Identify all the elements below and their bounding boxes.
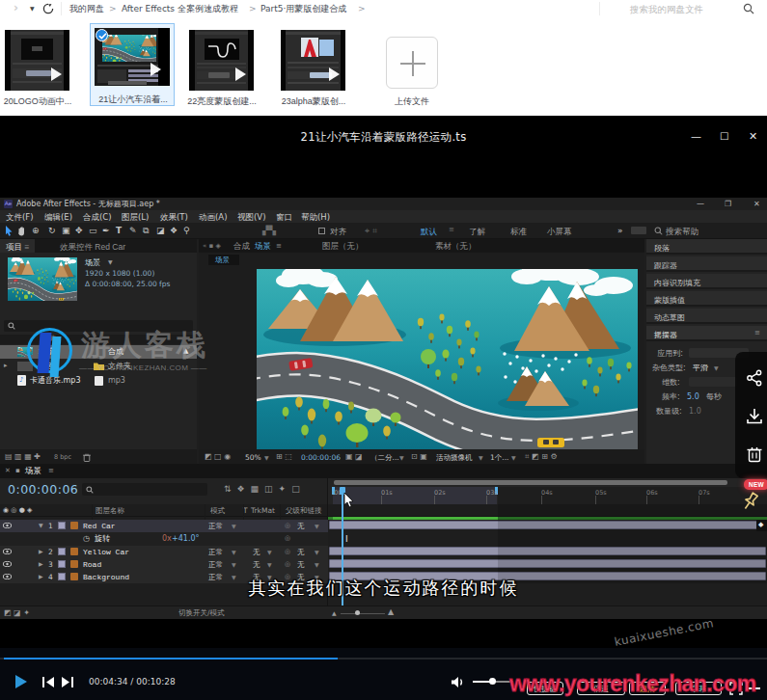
volume-icon[interactable] bbox=[452, 676, 466, 688]
panel-menu-icon[interactable]: ≡ bbox=[48, 468, 54, 474]
layer-trkmat[interactable]: 无 bbox=[253, 549, 260, 556]
composition-scene[interactable] bbox=[257, 269, 638, 449]
layer-color-label[interactable] bbox=[58, 522, 66, 529]
property-value[interactable]: +41.0° bbox=[172, 535, 200, 543]
close-button[interactable]: ✕ bbox=[749, 131, 757, 142]
footage-tab[interactable]: 素材（无） bbox=[435, 242, 477, 251]
layer-mode[interactable]: 正常 bbox=[208, 561, 223, 569]
column-mode[interactable]: 模式 bbox=[210, 507, 225, 515]
eye-icon[interactable] bbox=[3, 561, 12, 567]
video-tile-23alpha[interactable]: 23alpha蒙版创... bbox=[281, 30, 345, 122]
layer-tab[interactable]: 图层（无） bbox=[322, 242, 364, 251]
timeline-zoom-knob[interactable] bbox=[355, 610, 360, 615]
puppet-tool-icon[interactable]: ⚲ bbox=[183, 227, 190, 235]
download-icon[interactable] bbox=[746, 408, 763, 425]
clone-stamp-tool-icon[interactable]: ⧉ bbox=[143, 227, 149, 235]
zoom-level[interactable]: 50% bbox=[245, 454, 261, 462]
layer-mode[interactable]: 正常 bbox=[208, 549, 223, 556]
video-thumbnail-image[interactable] bbox=[5, 30, 69, 91]
panel-menu-icon[interactable]: ≡ bbox=[754, 330, 760, 337]
layer-bar-yellow-car[interactable] bbox=[329, 547, 766, 555]
resolution[interactable]: （二分... bbox=[370, 454, 399, 462]
previous-button[interactable] bbox=[42, 677, 54, 687]
timeline-scrollbar[interactable] bbox=[334, 480, 727, 485]
brush-tool-icon[interactable]: ✎ bbox=[129, 227, 137, 235]
menu-help[interactable]: 帮助(H) bbox=[301, 213, 330, 222]
video-title[interactable]: 23alpha蒙版创... bbox=[273, 95, 354, 108]
property-row-rotation[interactable]: ◷ 旋转 0x +41.0° ◎ bbox=[0, 532, 328, 546]
panel-motion-sketch[interactable]: 动态草图 bbox=[646, 309, 767, 324]
history-dropdown-icon[interactable]: ▼ bbox=[30, 6, 35, 12]
search-icon[interactable] bbox=[743, 3, 754, 14]
video-title[interactable]: 21让小汽车沿着... bbox=[93, 94, 174, 106]
graph-toggle[interactable]: ◆ bbox=[756, 520, 767, 531]
video-title[interactable]: 20LOGO动画中... bbox=[0, 95, 78, 108]
wiggler-noise-value[interactable]: 平滑 bbox=[693, 364, 708, 372]
camera-tool-icon[interactable]: ▣ bbox=[62, 227, 70, 235]
zoom-tool-icon[interactable]: ⊕ bbox=[32, 227, 40, 235]
grid-icons[interactable]: ⊞ ⬚ bbox=[276, 453, 292, 461]
panel-tracker[interactable]: 跟踪器 bbox=[646, 256, 767, 272]
breadcrumb-part5[interactable]: Part5·用蒙版创建合成 bbox=[260, 5, 346, 13]
help-search-input[interactable]: 搜索帮助 bbox=[666, 228, 699, 236]
volume-slider[interactable] bbox=[473, 681, 513, 683]
timeline-footer-icons[interactable]: ◩ ◪ ✦ bbox=[4, 609, 30, 617]
text-tool-icon[interactable]: T bbox=[116, 227, 122, 235]
panel-paragraph[interactable]: 段落 bbox=[646, 239, 767, 255]
forward-icon[interactable]: › bbox=[14, 2, 18, 13]
stopwatch-icon[interactable]: ◷ bbox=[83, 535, 90, 543]
layer-row-road[interactable]: ▶ 3 Road 正常 ▼ 无 ▼ ◎ 无 ▼ bbox=[0, 558, 328, 571]
effect-controls-tab[interactable]: 效果控件 Red Car bbox=[60, 242, 125, 254]
eraser-tool-icon[interactable]: ◪ bbox=[156, 227, 165, 235]
play-button[interactable] bbox=[15, 675, 27, 688]
pan-behind-tool-icon[interactable]: ✥ bbox=[75, 227, 83, 235]
dropdown-icon[interactable]: ▼ bbox=[108, 259, 113, 265]
workspace-tab-learn[interactable]: 了解 bbox=[469, 228, 485, 236]
snap-checkbox[interactable] bbox=[318, 228, 325, 234]
next-button[interactable] bbox=[62, 677, 73, 687]
panel-wiggler[interactable]: 摇摆器 ≡ bbox=[646, 326, 767, 341]
menu-animation[interactable]: 动画(A) bbox=[199, 213, 227, 222]
wiggler-mag-value[interactable]: 1.0 bbox=[689, 408, 701, 416]
comp-tab-prefix[interactable]: 合成 bbox=[233, 242, 250, 251]
workspace-tab-small-screen[interactable]: 小屏幕 bbox=[547, 228, 572, 236]
delete-icon[interactable] bbox=[746, 445, 763, 463]
workspace-tab-standard[interactable]: 标准 bbox=[510, 228, 527, 236]
ae-minimize-icon[interactable]: — bbox=[697, 201, 704, 208]
expander-icon[interactable]: ▶ bbox=[39, 549, 43, 554]
video-tile-22luma[interactable]: 22亮度蒙版创建... bbox=[189, 30, 254, 122]
layer-name[interactable]: Road bbox=[83, 561, 101, 569]
upload-box[interactable] bbox=[386, 37, 438, 89]
shape-tool-icon[interactable]: ▭ bbox=[89, 227, 97, 235]
project-row-music[interactable]: ♪ 卡通音乐.mp3 mp3 bbox=[0, 374, 197, 388]
layer-name[interactable]: Red Car bbox=[83, 523, 116, 530]
column-layer-name[interactable]: 图层名称 bbox=[96, 507, 124, 515]
maximize-button[interactable]: □ bbox=[720, 131, 728, 141]
project-tab[interactable]: 项目 ≡ bbox=[0, 239, 35, 253]
work-area[interactable] bbox=[333, 487, 497, 504]
roto-brush-tool-icon[interactable]: ❖ bbox=[170, 227, 178, 235]
ae-restore-icon[interactable]: ❐ bbox=[725, 201, 731, 208]
comp-footer-icons[interactable]: ◩ □ ◉ bbox=[205, 453, 231, 461]
workspace-tab-default[interactable]: 默认 bbox=[421, 228, 437, 236]
timeline-timecode[interactable]: 0:00:00:06 bbox=[8, 484, 78, 497]
panel-menu-icon[interactable]: ≡ bbox=[276, 243, 282, 250]
video-thumbnail-image[interactable] bbox=[189, 30, 254, 91]
volume-knob[interactable] bbox=[489, 678, 496, 685]
layer-parent[interactable]: 无 bbox=[297, 523, 305, 530]
column-trkmat[interactable]: TrkMat bbox=[251, 507, 275, 515]
layer-row-yellow-car[interactable]: ▶ 2 Yellow Car 正常 ▼ 无 ▼ ◎ 无 ▼ bbox=[0, 546, 328, 558]
breadcrumb-my-drive[interactable]: 我的网盘 bbox=[69, 5, 104, 13]
active-camera[interactable]: 活动摄像机 bbox=[436, 454, 473, 462]
timeline-zoom-slider[interactable] bbox=[341, 613, 385, 614]
panel-mask-interpolation[interactable]: 蒙版插值 bbox=[646, 291, 767, 307]
breadcrumb-course[interactable]: After Effects 全案例速成教程 bbox=[122, 5, 238, 13]
menu-file[interactable]: 文件(F) bbox=[6, 213, 34, 222]
project-footer-icons[interactable]: ▤ ▥ ▦ ✚ bbox=[5, 453, 41, 461]
toggle-switches-label[interactable]: 切换开关/模式 bbox=[178, 609, 225, 617]
video-tile-20logo[interactable]: 20LOGO动画中... bbox=[5, 30, 69, 122]
parent-pickwhip-icon[interactable]: ◎ bbox=[285, 523, 290, 529]
video-title[interactable]: 22亮度蒙版创建... bbox=[181, 95, 262, 108]
workspace-box-icon[interactable] bbox=[631, 227, 646, 234]
color-depth[interactable]: 8 bpc bbox=[54, 454, 71, 461]
